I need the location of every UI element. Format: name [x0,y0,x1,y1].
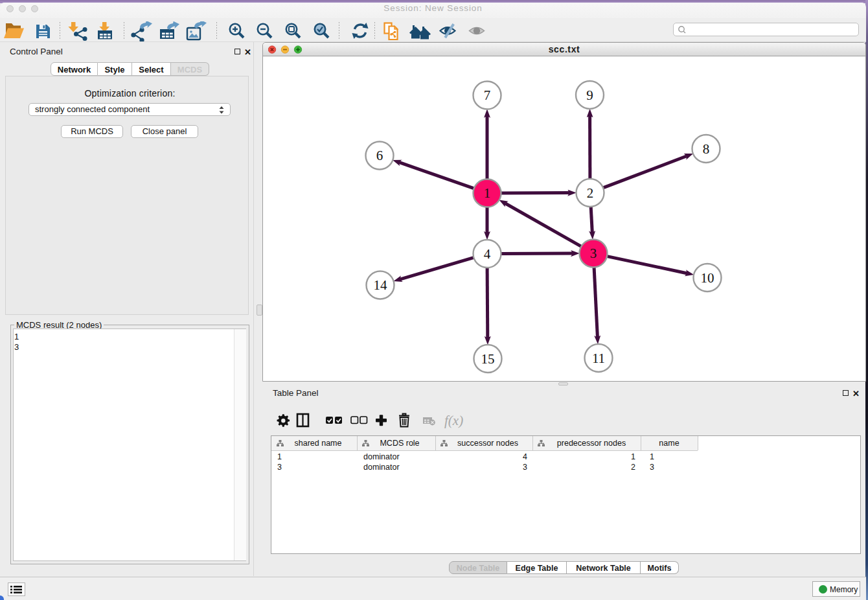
svg-text:f(x): f(x) [444,413,463,428]
svg-text:4: 4 [523,452,527,461]
svg-text:3: 3 [650,463,654,472]
svg-text:7: 7 [484,87,491,103]
svg-text:3: 3 [590,246,597,261]
svg-text:dominator: dominator [363,463,400,472]
svg-text:1: 1 [484,185,491,201]
svg-text:predecessor nodes: predecessor nodes [557,439,626,448]
svg-text:1: 1 [631,452,635,461]
svg-text:name: name [659,439,679,448]
svg-text:9: 9 [586,87,593,103]
svg-text:3: 3 [277,463,282,472]
svg-text:1: 1 [277,452,282,461]
svg-text:dominator: dominator [363,452,400,461]
svg-text:4: 4 [484,246,491,262]
svg-text:shared name: shared name [295,439,342,448]
svg-text:11: 11 [592,351,605,366]
svg-text:6: 6 [376,148,383,163]
svg-text:10: 10 [701,270,714,286]
svg-text:14: 14 [374,277,388,293]
svg-text:MCDS role: MCDS role [380,439,419,448]
svg-text:8: 8 [703,141,710,157]
svg-text:1: 1 [650,452,654,461]
svg-text:successor nodes: successor nodes [457,439,518,448]
svg-text:3: 3 [523,463,527,472]
svg-text:2: 2 [631,463,635,472]
svg-text:2: 2 [587,185,594,201]
svg-text:15: 15 [481,351,495,367]
